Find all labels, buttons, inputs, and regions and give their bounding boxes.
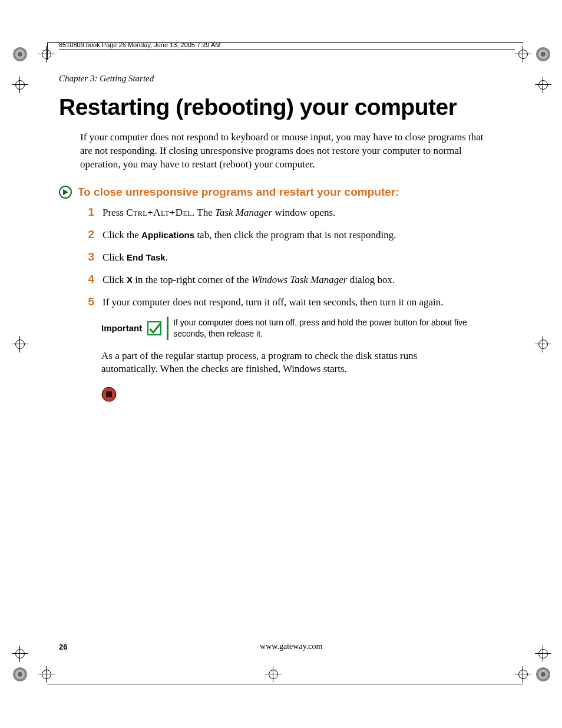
- stop-icon: [101, 387, 117, 402]
- crosshair-icon: [535, 77, 551, 93]
- step-item: 3Click End Task.: [84, 249, 496, 265]
- note-text: If your computer does not turn off, pres…: [173, 317, 472, 340]
- step-text: Press Ctrl+Alt+Del. The Task Manager win…: [103, 206, 496, 220]
- page-number: 26: [59, 643, 67, 651]
- crosshair-icon: [515, 666, 531, 683]
- svg-point-2: [18, 52, 22, 57]
- crosshair-icon: [535, 645, 551, 662]
- registration-rosette-icon: [535, 46, 551, 62]
- step-number: 5: [84, 294, 94, 309]
- note-divider: [167, 317, 168, 340]
- crosshair-icon: [12, 77, 28, 93]
- crosshair-icon: [12, 336, 28, 353]
- step-text: Click End Task.: [103, 251, 496, 265]
- after-note-paragraph: As a part of the regular startup process…: [101, 350, 472, 377]
- step-number: 1: [84, 205, 94, 220]
- play-icon: [59, 186, 72, 199]
- svg-point-5: [541, 52, 546, 57]
- step-text: Click the Applications tab, then click t…: [103, 229, 496, 242]
- step-item: 2Click the Applications tab, then click …: [84, 227, 496, 242]
- svg-point-8: [18, 672, 22, 677]
- important-note: Important If your computer does not turn…: [101, 317, 472, 340]
- registration-rosette-icon: [12, 666, 28, 683]
- step-number: 2: [84, 227, 94, 242]
- running-header: 8510809.book Page 26 Monday, June 13, 20…: [59, 41, 515, 50]
- footer-url: www.gateway.com: [67, 642, 515, 651]
- intro-paragraph: If your computer does not respond to key…: [80, 131, 492, 172]
- steps-list: 1Press Ctrl+Alt+Del. The Task Manager wi…: [84, 205, 496, 309]
- step-item: 5If your computer does not respond, turn…: [84, 294, 496, 309]
- procedure-heading-row: To close unresponsive programs and resta…: [59, 186, 515, 199]
- svg-point-11: [541, 672, 546, 677]
- crosshair-icon: [515, 46, 531, 62]
- crosshair-icon: [535, 336, 551, 353]
- crosshair-icon: [38, 666, 55, 683]
- crosshair-icon: [12, 645, 28, 662]
- registration-rosette-icon: [535, 666, 551, 683]
- page-content: 8510809.book Page 26 Monday, June 13, 20…: [59, 41, 515, 681]
- step-text: Click X in the top-right corner of the W…: [103, 274, 496, 287]
- crosshair-icon: [38, 46, 55, 62]
- step-item: 4Click X in the top-right corner of the …: [84, 272, 496, 287]
- svg-rect-13: [148, 322, 161, 335]
- svg-rect-15: [106, 391, 112, 397]
- crop-line: [47, 42, 48, 60]
- procedure-heading: To close unresponsive programs and resta…: [78, 186, 399, 199]
- note-label: Important: [101, 323, 142, 333]
- page-title: Restarting (rebooting) your computer: [59, 94, 515, 120]
- page-footer: 26 www.gateway.com: [59, 642, 515, 651]
- checkmark-icon: [147, 321, 162, 336]
- step-number: 3: [84, 249, 94, 265]
- crop-line: [47, 684, 523, 684]
- step-text: If your computer does not respond, turn …: [103, 296, 496, 309]
- step-number: 4: [84, 272, 94, 287]
- step-item: 1Press Ctrl+Alt+Del. The Task Manager wi…: [84, 205, 496, 220]
- chapter-line: Chapter 3: Getting Started: [59, 74, 515, 84]
- svg-marker-12: [63, 189, 68, 195]
- registration-rosette-icon: [12, 46, 28, 62]
